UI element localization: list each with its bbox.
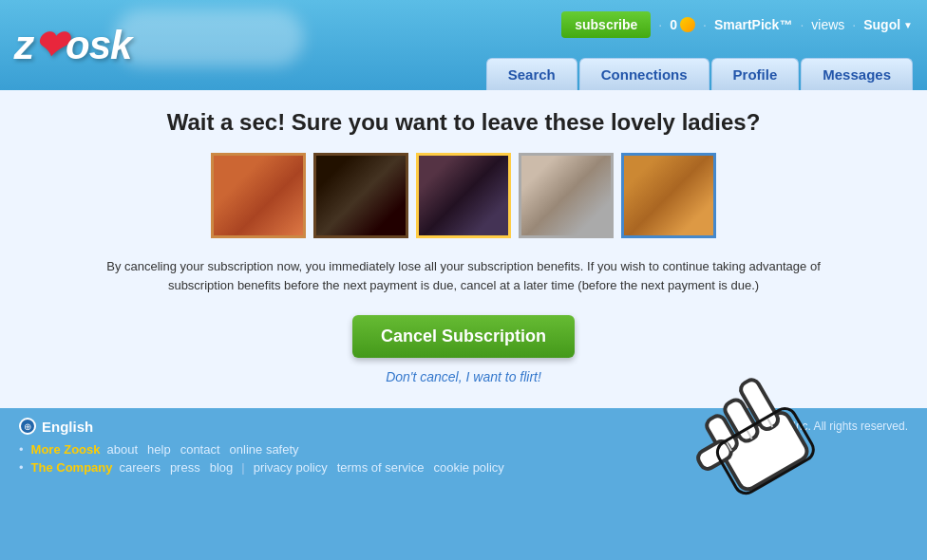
coin-number: 0 [670,17,677,32]
dont-cancel-link[interactable]: Don't cancel, I want to flirt! [386,369,541,384]
user-name: Sugol [863,17,900,32]
footer-link-contact[interactable]: contact [180,442,220,457]
footer-link-cookie[interactable]: cookie policy [433,460,503,475]
footer: ⊕ English • More Zoosk about help contac… [0,408,927,475]
photos-row [28,153,899,238]
chevron-down-icon: ▼ [903,20,913,30]
separator-3: · [800,17,804,32]
coin-icon [680,17,695,32]
separator-4: · [852,17,856,32]
photo-4 [519,153,614,238]
photo-3 [416,153,511,238]
more-zoosk-label: More Zoosk [31,442,101,457]
footer-link-careers[interactable]: careers [120,460,161,475]
cancel-subscription-button[interactable]: Cancel Subscription [352,315,575,358]
bullet-1: • [19,442,24,457]
footer-link-blog[interactable]: blog [210,460,234,475]
footer-link-terms[interactable]: terms of service [337,460,425,475]
photo-2 [313,153,408,238]
photo-5 [621,153,716,238]
logo-text: z❤osk [14,22,131,68]
bullet-2: • [19,460,24,475]
coin-count: 0 [670,17,695,32]
globe-icon: ⊕ [19,418,36,435]
footer-link-help[interactable]: help [147,442,171,457]
separator-2: · [703,17,707,32]
main-nav: Search Connections Profile Messages [486,58,913,90]
language-label: English [42,419,93,435]
header: z❤osk subscribe · 0 · SmartPick™ · views… [0,0,927,90]
pipe-sep: | [241,460,244,475]
top-nav: subscribe · 0 · SmartPick™ · views · Sug… [561,11,913,38]
smartpick-label[interactable]: SmartPick™ [714,17,792,32]
copyright-text: ©Zoosk, Inc. All rights reserved. [747,420,908,433]
tab-search[interactable]: Search [486,58,577,90]
company-row: • The Company careers press blog | priva… [19,460,908,475]
logo[interactable]: z❤osk [14,22,131,68]
user-menu[interactable]: Sugol ▼ [863,17,913,32]
tab-profile[interactable]: Profile [711,58,800,90]
more-zoosk-row: • More Zoosk about help contact online s… [19,442,908,457]
footer-link-privacy[interactable]: privacy policy [254,460,328,475]
company-label: The Company [31,460,113,475]
photo-1 [211,153,306,238]
description-text: By canceling your subscription now, you … [84,257,843,294]
page-title: Wait a sec! Sure you want to leave these… [28,109,899,136]
footer-link-about[interactable]: about [107,442,139,457]
dont-cancel-wrap: Don't cancel, I want to flirt! [28,369,899,384]
footer-link-press[interactable]: press [170,460,200,475]
subscribe-button[interactable]: subscribe [561,11,651,38]
tab-messages[interactable]: Messages [801,58,913,90]
separator-1: · [658,17,662,32]
views-link[interactable]: views [811,17,844,32]
cancel-btn-wrap: Cancel Subscription [28,315,899,358]
tab-connections[interactable]: Connections [579,58,709,90]
main-content: Wait a sec! Sure you want to leave these… [0,90,927,408]
footer-link-online-safety[interactable]: online safety [230,442,299,457]
